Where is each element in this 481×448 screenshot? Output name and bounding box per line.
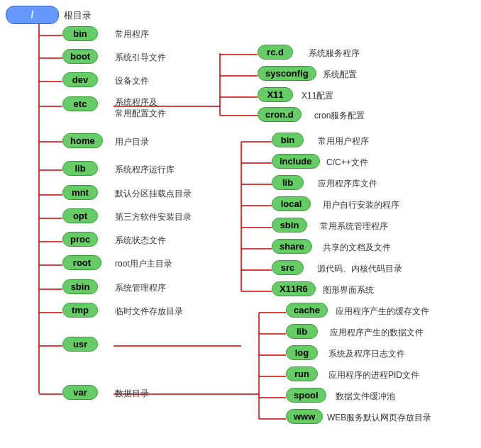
node-rcd: rc.d [258,45,293,60]
node-etc: etc [62,96,98,111]
node-var-log: log [286,345,318,360]
desc-usr-sbin: 常用系统管理程序 [320,220,388,233]
node-var: var [62,385,98,400]
desc-usr-bin: 常用用户程序 [318,135,369,147]
desc-usr-src: 源代码、内核代码目录 [317,263,402,275]
desc-dev: 设备文件 [115,75,149,87]
desc-var-log: 系统及程序日志文件 [328,348,405,360]
node-usr-include: include [272,154,320,169]
desc-home: 用户目录 [115,136,149,148]
desc-usr-x11r6: 图形界面系统 [323,284,374,296]
desc-tmp: 临时文件存放目录 [115,306,183,318]
node-boot: boot [62,49,98,64]
node-usr-bin: bin [272,133,304,147]
node-usr-sbin: sbin [272,218,307,233]
node-usr-local: local [272,196,311,211]
node-mnt: mnt [62,185,98,200]
node-var-cache: cache [286,303,328,318]
node-proc: proc [62,232,98,247]
root-label: / [31,9,34,21]
desc-sbin: 系统管理程序 [115,282,166,294]
desc-var-run: 应用程序的进程PID文件 [328,369,419,381]
desc-rcd: 系统服务程序 [309,47,360,60]
node-dev: dev [62,72,98,87]
node-root: root [62,255,101,270]
desc-crond: cron服务配置 [314,110,365,122]
desc-x11: X11配置 [302,90,333,102]
node-var-run: run [286,366,318,381]
desc-var-spool: 数据文件缓冲池 [336,391,395,403]
desc-usr-include: C/C++文件 [326,157,368,169]
node-usr-src: src [272,260,304,275]
node-sbin: sbin [62,279,98,294]
node-bin: bin [62,26,98,41]
desc-usr-share: 共享的文档及文件 [323,242,391,254]
desc-opt: 第三方软件安装目录 [115,211,192,223]
desc-proc: 系统状态文件 [115,235,166,247]
node-tmp: tmp [62,303,98,318]
node-opt: opt [62,208,98,223]
desc-etc: 系统程序及常用配置文件 [115,97,166,119]
desc-sysconfig: 系统配置 [323,69,357,81]
node-usr-share: share [272,239,312,254]
node-crond: cron.d [258,107,302,122]
desc-usr-local: 用户自行安装的程序 [323,199,399,211]
diagram: / 根目录 bin 常用程序 boot 系统引导文件 dev 设备文件 etc … [0,0,481,448]
node-lib: lib [62,161,98,176]
node-var-lib: lib [286,324,318,339]
desc-bin: 常用程序 [115,28,149,40]
node-usr-x11r6: X11R6 [272,281,316,296]
node-usr-lib: lib [272,175,304,190]
desc-var-cache: 应用程序产生的缓存文件 [336,306,429,318]
node-var-www: www [286,409,323,424]
root-desc: 根目录 [64,9,92,22]
node-x11: X11 [258,87,293,102]
node-home: home [62,133,103,148]
desc-root: root用户主目录 [115,258,172,270]
desc-lib: 系统程序运行库 [115,164,175,176]
desc-var: 数据目录 [115,388,149,400]
desc-var-www: WEB服务默认网页存放目录 [327,412,431,424]
desc-var-lib: 应用程序产生的数据文件 [330,327,424,339]
desc-mnt: 默认分区挂载点目录 [115,188,192,200]
node-usr: usr [62,337,98,352]
desc-usr-lib: 应用程序库文件 [318,178,377,190]
node-var-spool: spool [286,388,326,403]
desc-boot: 系统引导文件 [115,52,166,64]
root-node: / [6,6,59,24]
node-sysconfig: sysconfig [258,66,316,81]
